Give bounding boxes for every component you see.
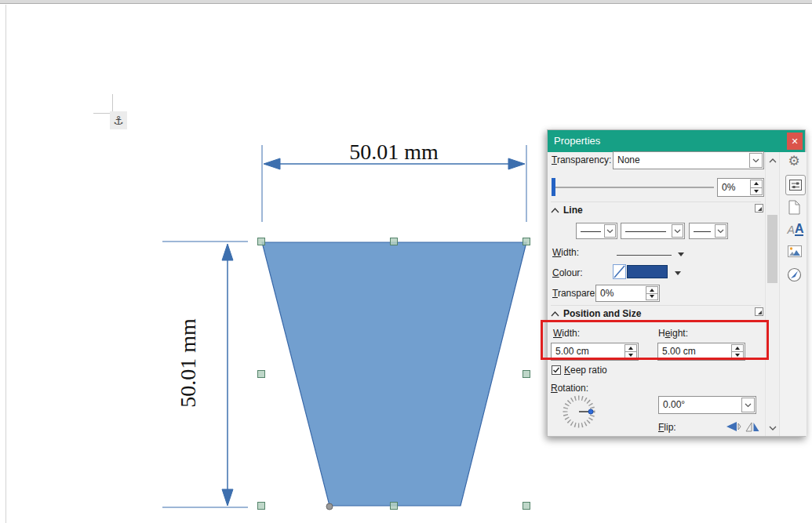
scrollbar-thumb[interactable] xyxy=(767,215,777,283)
trapezoid-shape[interactable] xyxy=(262,242,526,506)
spin-up-button[interactable] xyxy=(646,286,658,294)
application-window: ⚓ xyxy=(0,0,812,523)
fill-transparency-label: Transparency: xyxy=(552,154,611,165)
dimension-width-label: 50.01 mm xyxy=(343,140,445,165)
fill-transparency-percent-spinbox[interactable]: 0% xyxy=(717,178,764,197)
flip-horizontally-icon[interactable] xyxy=(745,420,760,433)
selection-handle[interactable] xyxy=(391,238,398,245)
selection-handle[interactable] xyxy=(258,238,265,245)
line-width-preview[interactable] xyxy=(617,255,672,256)
selection-handle[interactable] xyxy=(523,371,530,378)
line-colour-label: Colour: xyxy=(552,267,583,278)
line-dialog-launcher-icon[interactable] xyxy=(755,204,763,212)
section-separator xyxy=(551,202,761,202)
sidebar-settings-icon[interactable]: ⚙ xyxy=(786,154,802,169)
collapse-chevron-icon[interactable] xyxy=(551,311,559,317)
rotation-dial[interactable] xyxy=(561,394,597,430)
line-arrow-style-combobox-2[interactable] xyxy=(689,223,728,239)
chevron-down-icon[interactable] xyxy=(741,398,755,412)
possize-section-title: Position and Size xyxy=(563,308,641,319)
chevron-down-icon[interactable] xyxy=(672,224,683,238)
spin-down-button[interactable] xyxy=(646,294,658,301)
line-transparency-spinbox[interactable]: 0% xyxy=(595,285,660,302)
spin-up-button[interactable] xyxy=(750,180,763,188)
dimension-height-label: 50.01 mm xyxy=(176,316,201,410)
transparency-slider-handle[interactable] xyxy=(552,178,555,196)
line-colour-swatch[interactable] xyxy=(627,265,668,278)
chevron-down-icon[interactable] xyxy=(715,224,726,238)
close-button[interactable]: ✕ xyxy=(787,133,803,150)
spin-down-button[interactable] xyxy=(750,188,763,196)
possize-dialog-launcher-icon[interactable] xyxy=(755,307,763,316)
tab-page[interactable] xyxy=(788,199,800,215)
shape-adjustment-handle[interactable] xyxy=(326,503,333,510)
annotation-highlight-rectangle xyxy=(541,320,769,360)
panel-scrollbar[interactable] xyxy=(765,152,779,436)
selection-handle[interactable] xyxy=(523,238,530,245)
line-width-label: Width: xyxy=(552,247,579,258)
no-line-colour-icon[interactable] xyxy=(613,264,626,279)
arrowhead-right xyxy=(508,158,525,169)
arrowhead-up xyxy=(222,244,233,260)
sidebar-tabbar: ⚙ AA xyxy=(779,152,807,436)
chevron-down-icon[interactable] xyxy=(604,224,616,238)
scroll-up-button[interactable] xyxy=(766,154,779,167)
chevron-down-icon[interactable] xyxy=(749,153,763,168)
line-width-dropdown-icon[interactable] xyxy=(678,252,684,256)
selection-handle[interactable] xyxy=(258,503,265,510)
rotation-angle-combobox[interactable]: 0.00° xyxy=(658,396,756,414)
tab-styles[interactable]: AA xyxy=(786,221,805,238)
transparency-slider-track[interactable] xyxy=(552,187,714,188)
keep-ratio-checkbox[interactable] xyxy=(552,365,561,375)
rotation-label: Rotation: xyxy=(551,383,588,394)
section-separator xyxy=(551,305,761,306)
panel-title: Properties xyxy=(554,130,600,152)
tab-navigator[interactable] xyxy=(786,267,802,282)
scroll-down-button[interactable] xyxy=(766,421,779,434)
tab-properties[interactable] xyxy=(785,175,806,195)
properties-panel: Properties ✕ Transparency: None 0% Line xyxy=(547,129,806,437)
panel-titlebar[interactable]: Properties xyxy=(548,130,805,152)
line-section-title: Line xyxy=(563,205,583,216)
keep-ratio-label: Keep ratio xyxy=(564,365,607,376)
tab-gallery[interactable] xyxy=(787,245,802,257)
flip-label: Flip: xyxy=(658,422,676,433)
selection-handle[interactable] xyxy=(258,371,265,378)
line-arrow-style-combobox[interactable] xyxy=(576,223,617,239)
selection-handle[interactable] xyxy=(523,503,530,510)
arrowhead-left xyxy=(264,158,280,169)
arrowhead-down xyxy=(222,489,233,506)
fill-transparency-type-combobox[interactable]: None xyxy=(613,151,764,169)
line-colour-dropdown-icon[interactable] xyxy=(675,271,681,275)
collapse-chevron-icon[interactable] xyxy=(551,208,559,213)
selection-handle[interactable] xyxy=(391,503,398,510)
flip-vertically-icon[interactable] xyxy=(725,420,741,433)
line-style-combobox[interactable] xyxy=(621,223,685,239)
